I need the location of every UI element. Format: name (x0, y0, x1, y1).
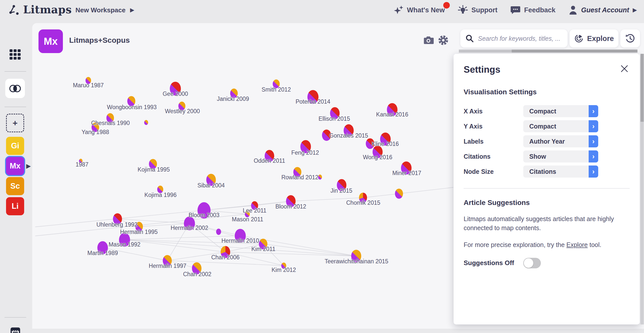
account-menu[interactable]: Guest Account ▶ (569, 5, 637, 15)
litmaps-logo-icon (8, 4, 19, 16)
paper-node-label[interactable]: Poterba 2014 (296, 98, 330, 105)
left-sidebar: + Gi Mx ▶ Sc Li (0, 20, 32, 333)
paper-node-label[interactable]: Gonzales 2015 (329, 132, 368, 139)
setting-value: Citations (523, 168, 556, 175)
setting-value-dropdown[interactable]: Citations› (523, 165, 598, 178)
paper-node-label[interactable]: Smith 2012 (262, 86, 291, 93)
paper-node-label[interactable]: Chomik 2015 (346, 199, 380, 206)
paper-node-label[interactable]: Rowland 2012 (281, 174, 318, 181)
paper-node-label[interactable]: Kim 2012 (271, 267, 296, 273)
paper-node-label[interactable]: Hermalin 2010 (221, 237, 259, 244)
notepad-icon (10, 327, 21, 333)
explore-link[interactable]: Explore (567, 241, 588, 248)
toggle-knob (524, 258, 533, 268)
paper-node-label[interactable]: Teerawichitchainan 2015 (325, 258, 388, 265)
paper-node-label[interactable]: Kojima 1996 (144, 192, 177, 198)
workspace-switcher[interactable]: New Workspace ▶ (75, 0, 134, 20)
paper-node-label[interactable]: Kojima 1995 (138, 166, 170, 173)
paper-node-label[interactable]: Uhlenberg 1992 (96, 221, 138, 228)
chevron-right-icon[interactable]: › (589, 150, 598, 162)
whats-new-button[interactable]: What's New (394, 5, 445, 15)
setting-row-citations: CitationsShow› (464, 150, 630, 162)
paper-node-label[interactable]: Wong 2016 (363, 154, 392, 161)
paper-node-label[interactable]: Odden 2011 (254, 157, 285, 164)
apps-grid-icon[interactable] (10, 49, 21, 60)
paper-node-label[interactable]: Bloom 2012 (275, 203, 306, 210)
add-map-button[interactable]: + (6, 114, 24, 132)
paper-node-label[interactable]: Chan 2002 (183, 271, 212, 278)
horizontal-scrollbar[interactable] (459, 50, 637, 53)
overlap-view-button[interactable] (5, 79, 25, 98)
feedback-button[interactable]: Feedback (510, 5, 555, 15)
settings-panel: Settings Visualisation Settings X AxisCo… (454, 54, 640, 324)
sidebar-map-mx[interactable]: Mx (6, 157, 24, 175)
paper-node-label[interactable]: 1987 (75, 161, 88, 168)
paper-node-label[interactable]: Yang 1988 (82, 129, 109, 136)
camera-icon (423, 36, 434, 45)
history-button[interactable] (620, 29, 640, 48)
paper-node-label[interactable]: Kanasi 2016 (376, 111, 408, 118)
setting-value-dropdown[interactable]: Compact› (523, 120, 598, 132)
litmaps-logo[interactable]: Litmaps (8, 4, 72, 16)
notes-button[interactable] (10, 327, 21, 333)
chevron-right-icon[interactable]: › (589, 165, 598, 178)
top-navbar: Litmaps New Workspace ▶ What's New (0, 0, 644, 20)
explore-radar-icon (574, 34, 584, 43)
chevron-right-icon[interactable]: › (589, 135, 598, 147)
setting-value: Author Year (523, 138, 565, 145)
settings-title: Settings (464, 64, 630, 75)
paper-node[interactable] (395, 189, 403, 199)
paper-node-label[interactable]: Hermalin 1995 (120, 229, 158, 235)
paper-node-label[interactable]: Kline 2016 (372, 141, 399, 147)
paper-node-label[interactable]: Mason 1992 (109, 241, 141, 248)
paper-node-label[interactable]: Westley 2000 (165, 108, 200, 115)
chevron-right-icon[interactable]: › (589, 120, 598, 132)
close-settings-button[interactable] (620, 64, 629, 74)
screenshot-button[interactable] (423, 36, 434, 46)
setting-value: Show (523, 153, 546, 160)
paper-node-label[interactable]: Chan 2006 (211, 254, 240, 261)
paper-node-label[interactable]: Kim 2011 (251, 246, 275, 253)
support-label: Support (471, 6, 497, 14)
setting-value-dropdown[interactable]: Compact› (523, 105, 598, 117)
paper-node-label[interactable]: Sibai 2004 (197, 182, 225, 189)
paper-node-label[interactable]: Hermalin 2002 (171, 225, 208, 231)
paper-node-label[interactable]: Janicki 2009 (217, 96, 249, 102)
vertical-scrollbar[interactable] (640, 54, 644, 324)
support-button[interactable]: Support (458, 5, 497, 15)
suggestions-toggle[interactable] (523, 258, 541, 268)
paper-node-label[interactable]: Wongboonsin 1993 (107, 104, 157, 111)
paper-node-label[interactable]: Ellison 2015 (318, 115, 350, 122)
settings-divider (464, 188, 630, 189)
sidebar-map-sc[interactable]: Sc (6, 177, 24, 195)
paper-node-label[interactable]: Feng 2012 (291, 149, 319, 156)
paper-node-label[interactable]: Maruo 1987 (73, 82, 104, 89)
canvas-settings-button[interactable] (438, 35, 449, 47)
chevron-right-icon: ▶ (130, 7, 134, 13)
search-input[interactable] (478, 35, 562, 42)
paper-node[interactable] (318, 175, 322, 180)
explore-button[interactable]: Explore (570, 29, 618, 48)
paper-node-label[interactable]: Hermalin 1997 (149, 263, 186, 269)
setting-value-dropdown[interactable]: Show› (523, 150, 598, 162)
paper-node-label[interactable]: Mason 2011 (232, 216, 263, 223)
paper-node-label[interactable]: Bloom 2003 (189, 212, 220, 219)
gear-icon (438, 35, 449, 46)
paper-node[interactable] (144, 120, 148, 125)
paper-node-label[interactable]: Chesnais 1990 (91, 120, 130, 127)
logo-text: Litmaps (23, 4, 72, 16)
paper-node-label[interactable]: Lee 2011 (243, 207, 266, 214)
paper-node-label[interactable]: Martin 1989 (87, 250, 118, 257)
sidebar-map-li[interactable]: Li (6, 197, 24, 215)
paper-node-label[interactable]: Gee 2000 (163, 91, 188, 97)
paper-node-label[interactable]: Jin 2015 (331, 187, 352, 194)
workspace-label: New Workspace (75, 6, 126, 14)
paper-node-label[interactable]: Miner 2017 (392, 170, 421, 177)
chevron-right-icon[interactable]: › (589, 105, 598, 117)
venn-overlap-icon (9, 84, 22, 94)
setting-value: Compact (523, 123, 556, 130)
sidebar-divider (5, 107, 26, 107)
sidebar-map-gi[interactable]: Gi (6, 137, 24, 155)
setting-value-dropdown[interactable]: Author Year› (523, 135, 598, 147)
paper-node[interactable] (216, 229, 221, 235)
